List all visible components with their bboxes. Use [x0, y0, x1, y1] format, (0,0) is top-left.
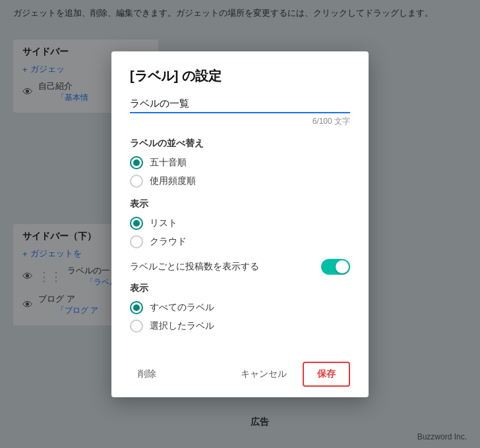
- display-radio-group: リスト クラウド: [130, 217, 350, 248]
- show-option-0[interactable]: すべてのラベル: [130, 301, 350, 314]
- post-count-toggle[interactable]: [321, 259, 350, 275]
- modal-overlay: [ラベル] の設定 6/100 文字 ラベルの並べ替え 五十音順 使用頻度順 表…: [0, 0, 480, 448]
- dialog-footer: 削除 キャンセル 保存: [111, 354, 369, 397]
- display-option-0[interactable]: リスト: [130, 217, 350, 230]
- sort-option-1[interactable]: 使用頻度順: [130, 175, 350, 188]
- label-name-input[interactable]: [130, 96, 350, 113]
- toggle-row: ラベルごとに投稿数を表示する: [130, 259, 350, 275]
- sort-radio-0: [130, 156, 143, 169]
- delete-button[interactable]: 削除: [130, 363, 164, 385]
- show-section-label: 表示: [130, 283, 350, 294]
- show-radio-group: すべてのラベル 選択したラベル: [130, 301, 350, 333]
- show-radio-0: [130, 301, 143, 314]
- sort-radio-group: 五十音順 使用頻度順: [130, 156, 350, 188]
- dialog-content: [ラベル] の設定 6/100 文字 ラベルの並べ替え 五十音順 使用頻度順 表…: [111, 51, 369, 354]
- sort-option-0[interactable]: 五十音順: [130, 156, 350, 169]
- settings-dialog: [ラベル] の設定 6/100 文字 ラベルの並べ替え 五十音順 使用頻度順 表…: [111, 51, 369, 397]
- toggle-label: ラベルごとに投稿数を表示する: [130, 261, 259, 273]
- sort-section-label: ラベルの並べ替え: [130, 138, 350, 150]
- show-option-1[interactable]: 選択したラベル: [130, 320, 350, 333]
- show-radio-1: [130, 320, 143, 333]
- display-radio-0: [130, 217, 143, 230]
- char-count: 6/100 文字: [130, 116, 350, 127]
- display-section-label: 表示: [130, 198, 350, 210]
- sort-radio-1: [130, 175, 143, 188]
- display-option-1[interactable]: クラウド: [130, 235, 350, 248]
- save-button[interactable]: 保存: [303, 362, 350, 387]
- dialog-title: [ラベル] の設定: [130, 67, 350, 85]
- cancel-button[interactable]: キャンセル: [230, 363, 297, 385]
- display-radio-1: [130, 235, 143, 248]
